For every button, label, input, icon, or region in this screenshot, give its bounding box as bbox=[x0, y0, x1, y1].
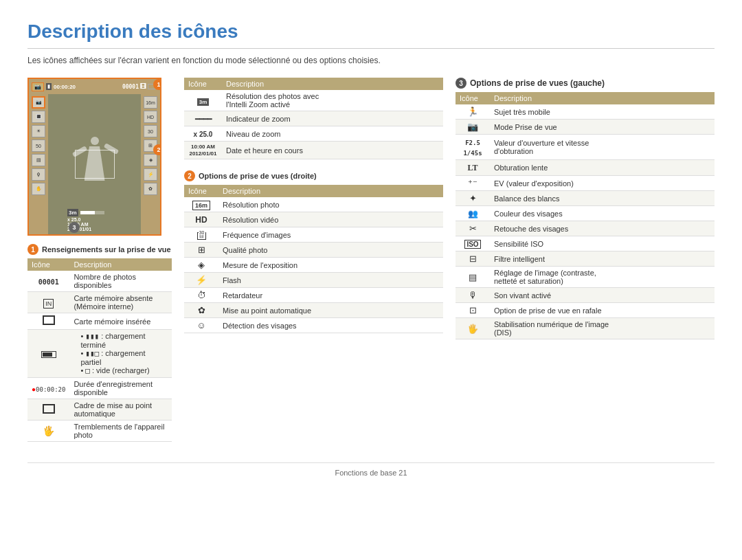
page-subtitle: Les icônes affichées sur l'écran varient… bbox=[27, 56, 715, 65]
table-row: 30 ⊟ Fréquence d'images bbox=[184, 227, 443, 243]
section2-title: 2 Options de prise de vues (droite) bbox=[184, 170, 443, 181]
table-row: ⊟ Filtre intelligent bbox=[456, 251, 715, 267]
table-row: IN Carte mémoire absente(Mémoire interne… bbox=[27, 292, 172, 313]
table-row: ⁺⁻ EV (valeur d'exposition) bbox=[456, 176, 715, 191]
camera-mockup: 📷 ▮ 00:00:20 00001 🎞 📷 🔳 ☀ 50 bbox=[27, 78, 172, 442]
section1-title: 1 Renseignements sur la prise de vue bbox=[27, 244, 172, 255]
table-row: ⏱ Retardateur bbox=[184, 288, 443, 303]
table-row: 16m Résolution photo bbox=[184, 197, 443, 212]
table-row: ✦ Balance des blancs bbox=[456, 191, 715, 206]
table-row: ◈ Mesure de l'exposition bbox=[184, 258, 443, 273]
table-row: 10:00 AM2012/01/01 Date et heure en cour… bbox=[184, 142, 443, 159]
section3-title: 3 Options de prise de vues (gauche) bbox=[456, 78, 715, 89]
table-row: 🏃 Sujet très mobile bbox=[456, 104, 715, 120]
table-row: 📷 Mode Prise de vue bbox=[456, 120, 715, 135]
table-row: 🖐 Stabilisation numérique de l'image(DIS… bbox=[456, 318, 715, 339]
table-row: 00001 Nombre de photos disponibles bbox=[27, 271, 172, 292]
table-row: ISO Sensibilité ISO bbox=[456, 236, 715, 251]
table-row: 3m Résolution des photos avecl'Intelli Z… bbox=[184, 90, 443, 111]
table-row: 👥 Couleur des visages bbox=[456, 206, 715, 221]
section2-table: Icône Description 16m Résolution photo H… bbox=[184, 185, 443, 333]
table-row: HD Résolution vidéo bbox=[184, 212, 443, 227]
section3-table: Icône Description 🏃 Sujet très mobile 📷 … bbox=[456, 92, 715, 339]
page-footer: Fonctions de base 21 bbox=[27, 462, 715, 477]
section1-table: Icône Description 00001 Nombre de photos… bbox=[27, 258, 172, 442]
table-row: ━━━━ Indicateur de zoom bbox=[184, 111, 443, 126]
table-row: ▤ Réglage de l'image (contraste,netteté … bbox=[456, 267, 715, 288]
table-row: ⊞ Qualité photo bbox=[184, 243, 443, 258]
table-row: • ▮▮▮ : chargement terminé • ▮▮□ : charg… bbox=[27, 330, 172, 378]
table-row: ⚡ Flash bbox=[184, 273, 443, 288]
page-title: Description des icônes bbox=[27, 21, 715, 49]
table-row: 🎙 Son vivant activé bbox=[456, 288, 715, 303]
table-row: ✂ Retouche des visages bbox=[456, 221, 715, 236]
table-row: ☺ Détection des visages bbox=[184, 318, 443, 333]
table-row: 🖐 Tremblements de l'appareilphoto bbox=[27, 421, 172, 442]
table-row: Cadre de mise au pointautomatique bbox=[27, 399, 172, 421]
table-row: x 25.0 Niveau de zoom bbox=[184, 126, 443, 142]
table-row: ✿ Mise au point automatique bbox=[184, 303, 443, 318]
table-row: Carte mémoire insérée bbox=[27, 313, 172, 330]
table-row: ⊡ Option de prise de vue en rafale bbox=[456, 303, 715, 318]
table-row: F2.51/45s Valeur d'ouverture et vitessed… bbox=[456, 135, 715, 160]
table-row: ●00:00:20 Durée d'enregistrementdisponib… bbox=[27, 378, 172, 399]
zoom-table: Icône Description 3m Résolution des phot… bbox=[184, 78, 443, 159]
table-row: LT Obturation lente bbox=[456, 160, 715, 176]
